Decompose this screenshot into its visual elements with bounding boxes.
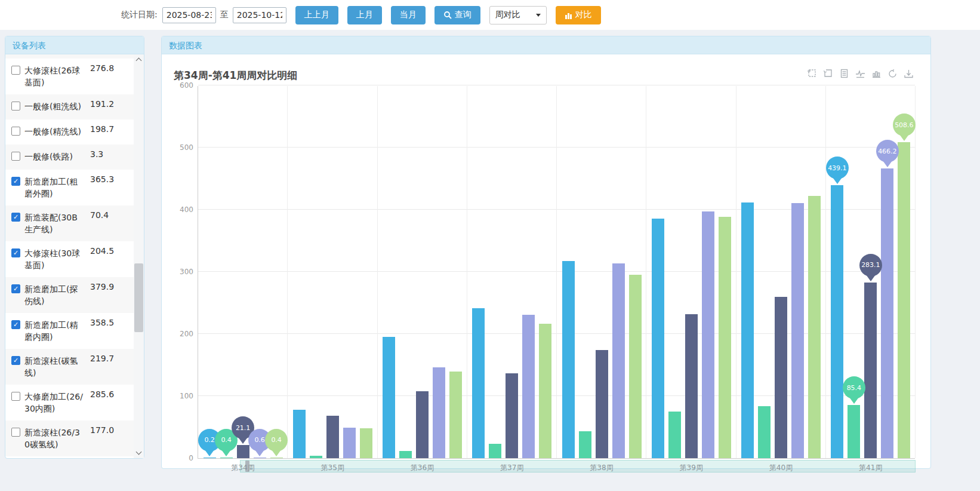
device-row[interactable]: 大修滚柱(26球基面)276.8 bbox=[5, 59, 134, 94]
scrollbar-thumb[interactable] bbox=[134, 263, 143, 332]
device-list-scrollbar[interactable] bbox=[134, 54, 144, 458]
device-label: 大修滚柱(30球基面) bbox=[24, 247, 84, 271]
bar-第35周-s3 bbox=[326, 416, 339, 458]
device-value: 379.9 bbox=[90, 282, 114, 291]
bar-第38周-s4 bbox=[612, 263, 625, 458]
device-row[interactable]: ✓新造磨加工(精磨内圈)358.5 bbox=[5, 313, 134, 349]
prev-month-button[interactable]: 上月 bbox=[347, 6, 382, 24]
pin-marker-value: 0.6 bbox=[254, 436, 265, 444]
x-axis-tick-label: 第38周 bbox=[557, 463, 646, 473]
compare-button-label: 对比 bbox=[575, 10, 592, 20]
checkbox-unchecked-icon[interactable] bbox=[11, 392, 20, 401]
device-row[interactable]: ✓新造磨加工(粗磨外圈)365.3 bbox=[5, 170, 134, 205]
checkbox-unchecked-icon[interactable] bbox=[11, 102, 20, 111]
y-axis-tick-label: 100 bbox=[170, 392, 193, 400]
compare-mode-value: 周对比 bbox=[495, 10, 520, 20]
scroll-up-button[interactable] bbox=[134, 54, 144, 65]
bar-第34周-s5 bbox=[270, 458, 283, 459]
chevron-down-icon bbox=[136, 449, 142, 455]
pin-marker-tail bbox=[849, 397, 859, 404]
checkbox-checked-icon[interactable]: ✓ bbox=[11, 356, 20, 365]
bar-第37周-s2 bbox=[489, 444, 501, 458]
line-chart-toggle-icon[interactable] bbox=[855, 69, 865, 79]
pin-marker-value: 283.1 bbox=[861, 261, 880, 269]
bar-第35周-s1 bbox=[293, 410, 306, 458]
checkbox-unchecked-icon[interactable] bbox=[11, 127, 20, 136]
pin-marker-value: 0.4 bbox=[221, 436, 232, 444]
zoom-reset-icon[interactable] bbox=[823, 69, 833, 79]
bar-第34周-s3 bbox=[237, 445, 249, 458]
device-row[interactable]: ✓大修滚柱(30球基面)204.5 bbox=[5, 241, 134, 277]
compare-mode-select[interactable]: 周对比 bbox=[489, 6, 547, 24]
device-row[interactable]: ✓新造滚柱(碳氢线)219.7 bbox=[5, 349, 134, 385]
scroll-down-button[interactable] bbox=[134, 448, 144, 458]
pin-marker: 283.1 bbox=[859, 254, 882, 277]
device-row[interactable]: 新造滚柱(26/30碳氢线)177.0 bbox=[5, 421, 134, 456]
x-axis-tick-label: 第36周 bbox=[378, 463, 467, 473]
checkbox-checked-icon[interactable]: ✓ bbox=[11, 284, 20, 293]
bar-第36周-s1 bbox=[383, 337, 395, 458]
compare-button[interactable]: 对比 bbox=[556, 6, 601, 24]
device-list-panel: 设备列表 大修滚柱(26球基面)276.8一般修(粗洗线)191.2一般修(精洗… bbox=[5, 36, 144, 459]
restore-icon[interactable] bbox=[887, 69, 898, 79]
device-row[interactable]: 大修磨加工(26/30内圈)285.6 bbox=[5, 385, 134, 421]
x-axis-tick-label: 第39周 bbox=[646, 463, 736, 473]
chevron-down-icon bbox=[536, 14, 541, 17]
category-split-line bbox=[646, 86, 646, 458]
pin-marker: 0.4 bbox=[265, 429, 288, 452]
bar-第37周-s4 bbox=[522, 315, 535, 458]
device-label: 一般修(粗洗线) bbox=[24, 100, 84, 112]
bar-chart-plot: 0100200300400500600第34周第35周第36周第37周第38周第… bbox=[198, 86, 915, 459]
pin-marker-value: 85.4 bbox=[847, 384, 862, 392]
prev2-month-button[interactable]: 上上月 bbox=[295, 6, 338, 24]
bar-第41周-s2 bbox=[848, 405, 860, 458]
device-row[interactable]: ✓新造磨加工(探伤线)379.9 bbox=[5, 277, 134, 313]
data-chart-panel: 数据图表 第34周-第41周周对比明细 bbox=[161, 36, 931, 469]
bar-第38周-s3 bbox=[596, 350, 608, 458]
checkbox-unchecked-icon[interactable] bbox=[11, 428, 20, 437]
category-split-line bbox=[825, 86, 826, 458]
device-label: 一般修(精洗线) bbox=[24, 125, 84, 137]
checkbox-checked-icon[interactable]: ✓ bbox=[11, 177, 20, 186]
device-row[interactable]: 一般修(铁路)3.3 bbox=[5, 145, 134, 170]
device-list-header: 设备列表 bbox=[5, 36, 144, 54]
checkbox-unchecked-icon[interactable] bbox=[11, 66, 20, 75]
bar-第40周-s2 bbox=[758, 406, 771, 458]
chart-panel-header: 数据图表 bbox=[162, 36, 930, 54]
x-axis-tick-label: 第34周 bbox=[198, 463, 288, 473]
x-axis-tick-label: 第40周 bbox=[736, 463, 826, 473]
device-value: 219.7 bbox=[90, 354, 114, 363]
category-split-line bbox=[556, 86, 557, 458]
date-from-input[interactable] bbox=[162, 7, 216, 23]
pin-marker-value: 466.2 bbox=[878, 148, 897, 155]
bar-第35周-s4 bbox=[343, 428, 356, 458]
checkbox-checked-icon[interactable]: ✓ bbox=[11, 248, 20, 257]
device-label: 大修磨加工(26/30内圈) bbox=[24, 391, 84, 415]
current-month-button[interactable]: 当月 bbox=[391, 6, 426, 24]
query-button[interactable]: 查询 bbox=[434, 6, 480, 24]
device-row[interactable]: ✓新造装配(30B生产线)70.4 bbox=[5, 205, 134, 241]
area-zoom-icon[interactable] bbox=[807, 69, 817, 79]
pin-marker-tail bbox=[221, 450, 231, 456]
device-label: 一般修(铁路) bbox=[24, 151, 84, 162]
x-axis-tick-label: 第35周 bbox=[288, 463, 377, 473]
pin-marker: 85.4 bbox=[843, 376, 865, 399]
device-value: 70.4 bbox=[90, 210, 109, 220]
pin-marker-tail bbox=[883, 161, 892, 167]
checkbox-checked-icon[interactable]: ✓ bbox=[11, 213, 20, 222]
download-icon[interactable] bbox=[904, 69, 914, 79]
bar-第36周-s3 bbox=[416, 391, 429, 458]
date-to-input[interactable] bbox=[233, 7, 286, 23]
top-toolbar: 统计日期: 至 上上月 上月 当月 查询 周对比 对比 bbox=[0, 0, 980, 30]
checkbox-checked-icon[interactable]: ✓ bbox=[11, 320, 20, 329]
bar-第39周-s5 bbox=[719, 217, 731, 458]
device-value: 204.5 bbox=[90, 246, 114, 256]
device-row[interactable]: 一般修(精洗线)198.7 bbox=[5, 119, 134, 145]
checkbox-unchecked-icon[interactable] bbox=[11, 152, 20, 161]
pin-marker: 439.1 bbox=[826, 156, 849, 179]
bar-chart-toggle-icon[interactable] bbox=[871, 69, 882, 79]
device-row[interactable]: 一般修(粗洗线)191.2 bbox=[5, 94, 134, 119]
chart-title: 第34周-第41周周对比明细 bbox=[174, 69, 297, 82]
data-view-icon[interactable] bbox=[839, 69, 849, 79]
bar-第38周-s5 bbox=[629, 275, 642, 458]
